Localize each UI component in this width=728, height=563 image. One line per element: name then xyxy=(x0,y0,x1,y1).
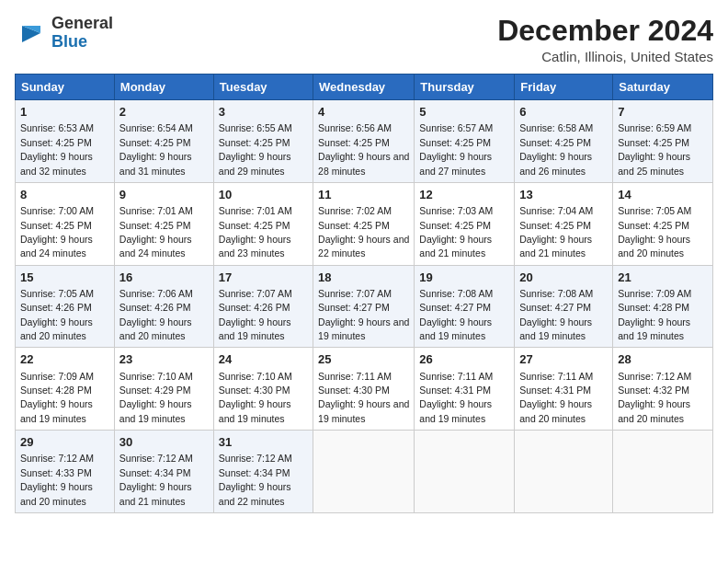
calendar-cell: 26 Sunrise: 7:11 AMSunset: 4:31 PMDaylig… xyxy=(415,348,515,431)
day-number: 17 xyxy=(219,270,308,286)
calendar-cell: 17 Sunrise: 7:07 AMSunset: 4:26 PMDaylig… xyxy=(213,265,313,348)
day-info: Sunrise: 7:05 AMSunset: 4:25 PMDaylight:… xyxy=(618,205,691,259)
day-info: Sunrise: 6:56 AMSunset: 4:25 PMDaylight:… xyxy=(318,122,409,176)
day-info: Sunrise: 6:54 AMSunset: 4:25 PMDaylight:… xyxy=(119,122,193,176)
day-number: 26 xyxy=(419,351,509,368)
location-title: Catlin, Illinois, United States xyxy=(497,49,713,64)
calendar-cell: 28 Sunrise: 7:12 AMSunset: 4:32 PMDaylig… xyxy=(613,348,713,431)
day-info: Sunrise: 7:06 AMSunset: 4:26 PMDaylight:… xyxy=(119,288,193,341)
calendar-cell xyxy=(613,431,713,513)
calendar-cell: 1 Sunrise: 6:53 AMSunset: 4:25 PMDayligh… xyxy=(16,100,115,183)
calendar-cell: 18 Sunrise: 7:07 AMSunset: 4:27 PMDaylig… xyxy=(313,265,415,348)
day-info: Sunrise: 7:01 AMSunset: 4:25 PMDaylight:… xyxy=(219,205,292,259)
month-title: December 2024 xyxy=(497,15,713,47)
calendar-cell: 24 Sunrise: 7:10 AMSunset: 4:30 PMDaylig… xyxy=(213,348,313,431)
day-number: 19 xyxy=(419,270,509,286)
day-info: Sunrise: 6:53 AMSunset: 4:25 PMDaylight:… xyxy=(20,122,94,176)
logo-blue: Blue xyxy=(51,33,113,52)
day-number: 7 xyxy=(618,104,708,121)
day-info: Sunrise: 7:12 AMSunset: 4:32 PMDaylight:… xyxy=(618,371,691,424)
day-number: 8 xyxy=(20,187,109,203)
day-number: 28 xyxy=(618,351,708,368)
day-info: Sunrise: 7:00 AMSunset: 4:25 PMDaylight:… xyxy=(20,205,94,259)
weekday-header-sunday: Sunday xyxy=(16,75,115,100)
day-info: Sunrise: 7:12 AMSunset: 4:34 PMDaylight:… xyxy=(219,453,292,506)
day-info: Sunrise: 7:01 AMSunset: 4:25 PMDaylight:… xyxy=(119,205,193,259)
day-number: 29 xyxy=(20,434,109,451)
day-number: 20 xyxy=(519,270,608,286)
calendar-cell xyxy=(415,431,515,513)
day-number: 30 xyxy=(119,434,209,451)
calendar-cell: 25 Sunrise: 7:11 AMSunset: 4:30 PMDaylig… xyxy=(313,348,415,431)
logo-general: General xyxy=(51,15,113,33)
week-row-3: 15 Sunrise: 7:05 AMSunset: 4:26 PMDaylig… xyxy=(16,265,713,348)
day-info: Sunrise: 7:12 AMSunset: 4:33 PMDaylight:… xyxy=(20,453,94,506)
day-number: 3 xyxy=(219,104,308,121)
calendar-cell: 21 Sunrise: 7:09 AMSunset: 4:28 PMDaylig… xyxy=(613,265,713,348)
calendar-cell: 8 Sunrise: 7:00 AMSunset: 4:25 PMDayligh… xyxy=(16,182,115,265)
day-number: 4 xyxy=(318,104,409,121)
day-info: Sunrise: 6:55 AMSunset: 4:25 PMDaylight:… xyxy=(219,122,292,176)
day-info: Sunrise: 6:59 AMSunset: 4:25 PMDaylight:… xyxy=(618,122,691,176)
weekday-header-monday: Monday xyxy=(114,75,213,100)
day-info: Sunrise: 7:02 AMSunset: 4:25 PMDaylight:… xyxy=(318,205,409,259)
day-info: Sunrise: 6:58 AMSunset: 4:25 PMDaylight:… xyxy=(519,122,593,176)
weekday-header-row: SundayMondayTuesdayWednesdayThursdayFrid… xyxy=(16,75,713,100)
calendar-cell: 16 Sunrise: 7:06 AMSunset: 4:26 PMDaylig… xyxy=(114,265,213,348)
day-number: 6 xyxy=(519,104,608,121)
day-info: Sunrise: 7:07 AMSunset: 4:26 PMDaylight:… xyxy=(219,288,292,341)
weekday-header-saturday: Saturday xyxy=(613,75,713,100)
day-info: Sunrise: 7:09 AMSunset: 4:28 PMDaylight:… xyxy=(618,288,691,341)
day-number: 22 xyxy=(20,351,109,368)
calendar-cell: 22 Sunrise: 7:09 AMSunset: 4:28 PMDaylig… xyxy=(16,348,115,431)
day-number: 11 xyxy=(318,187,409,203)
calendar-cell: 7 Sunrise: 6:59 AMSunset: 4:25 PMDayligh… xyxy=(613,100,713,183)
calendar-cell: 10 Sunrise: 7:01 AMSunset: 4:25 PMDaylig… xyxy=(213,182,313,265)
day-number: 2 xyxy=(119,104,209,121)
calendar-cell: 3 Sunrise: 6:55 AMSunset: 4:25 PMDayligh… xyxy=(213,100,313,183)
logo-icon xyxy=(15,17,48,50)
weekday-header-wednesday: Wednesday xyxy=(313,75,415,100)
week-row-2: 8 Sunrise: 7:00 AMSunset: 4:25 PMDayligh… xyxy=(16,182,713,265)
calendar-cell: 14 Sunrise: 7:05 AMSunset: 4:25 PMDaylig… xyxy=(613,182,713,265)
calendar-cell: 15 Sunrise: 7:05 AMSunset: 4:26 PMDaylig… xyxy=(16,265,115,348)
calendar-cell: 30 Sunrise: 7:12 AMSunset: 4:34 PMDaylig… xyxy=(114,431,213,513)
day-number: 24 xyxy=(219,351,308,368)
day-number: 15 xyxy=(20,270,109,286)
weekday-header-friday: Friday xyxy=(515,75,613,100)
calendar-cell: 13 Sunrise: 7:04 AMSunset: 4:25 PMDaylig… xyxy=(515,182,613,265)
calendar-cell xyxy=(515,431,613,513)
calendar-table: SundayMondayTuesdayWednesdayThursdayFrid… xyxy=(15,74,713,513)
calendar-cell xyxy=(313,431,415,513)
calendar-cell: 31 Sunrise: 7:12 AMSunset: 4:34 PMDaylig… xyxy=(213,431,313,513)
day-info: Sunrise: 7:11 AMSunset: 4:31 PMDaylight:… xyxy=(519,371,593,424)
calendar-cell: 12 Sunrise: 7:03 AMSunset: 4:25 PMDaylig… xyxy=(415,182,515,265)
day-number: 18 xyxy=(318,270,409,286)
day-number: 12 xyxy=(419,187,509,203)
calendar-cell: 19 Sunrise: 7:08 AMSunset: 4:27 PMDaylig… xyxy=(415,265,515,348)
day-number: 9 xyxy=(119,187,209,203)
day-number: 25 xyxy=(318,351,409,368)
day-info: Sunrise: 7:11 AMSunset: 4:31 PMDaylight:… xyxy=(419,371,493,424)
day-number: 23 xyxy=(119,351,209,368)
calendar-cell: 29 Sunrise: 7:12 AMSunset: 4:33 PMDaylig… xyxy=(16,431,115,513)
day-number: 27 xyxy=(519,351,608,368)
day-info: Sunrise: 7:11 AMSunset: 4:30 PMDaylight:… xyxy=(318,371,409,424)
weekday-header-thursday: Thursday xyxy=(415,75,515,100)
title-block: December 2024 Catlin, Illinois, United S… xyxy=(497,15,713,64)
week-row-1: 1 Sunrise: 6:53 AMSunset: 4:25 PMDayligh… xyxy=(16,100,713,183)
calendar-cell: 20 Sunrise: 7:08 AMSunset: 4:27 PMDaylig… xyxy=(515,265,613,348)
day-number: 10 xyxy=(219,187,308,203)
day-info: Sunrise: 7:10 AMSunset: 4:29 PMDaylight:… xyxy=(119,371,193,424)
day-info: Sunrise: 7:05 AMSunset: 4:26 PMDaylight:… xyxy=(20,288,94,341)
day-number: 21 xyxy=(618,270,708,286)
day-info: Sunrise: 7:08 AMSunset: 4:27 PMDaylight:… xyxy=(419,288,493,341)
day-info: Sunrise: 7:10 AMSunset: 4:30 PMDaylight:… xyxy=(219,371,292,424)
day-info: Sunrise: 7:03 AMSunset: 4:25 PMDaylight:… xyxy=(419,205,493,259)
week-row-4: 22 Sunrise: 7:09 AMSunset: 4:28 PMDaylig… xyxy=(16,348,713,431)
day-number: 31 xyxy=(219,434,308,451)
day-info: Sunrise: 7:09 AMSunset: 4:28 PMDaylight:… xyxy=(20,371,94,424)
day-info: Sunrise: 7:04 AMSunset: 4:25 PMDaylight:… xyxy=(519,205,593,259)
logo-text: General Blue xyxy=(51,15,113,52)
week-row-5: 29 Sunrise: 7:12 AMSunset: 4:33 PMDaylig… xyxy=(16,431,713,513)
